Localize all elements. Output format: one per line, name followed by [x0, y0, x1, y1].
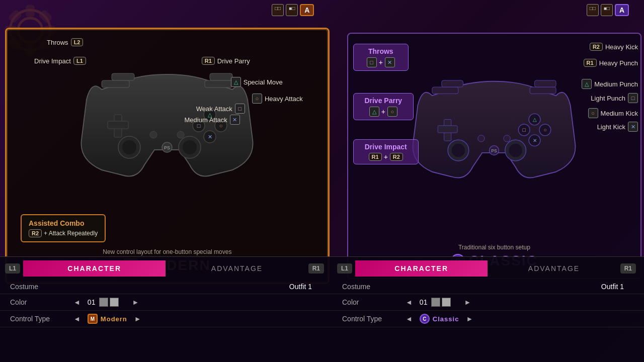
- heavy-punch-r1-badge: R1: [584, 59, 597, 67]
- lk-cross-icon: ✕: [628, 122, 638, 132]
- right-costume-label: Costume: [342, 283, 403, 291]
- heavy-attack-label: ○ Heavy Attack: [252, 94, 303, 104]
- left-ind-box1: □□: [272, 4, 284, 16]
- throws-square-icon: □: [367, 57, 377, 67]
- svg-rect-50: [432, 87, 458, 94]
- r2-badge: R2: [29, 229, 42, 237]
- left-tab-bar: L1 CHARACTER ADVANTAGE R1: [0, 257, 332, 280]
- assisted-combo-sub: R2 + Attack Repeatedly: [29, 229, 98, 237]
- right-color-prev[interactable]: ◄: [403, 297, 416, 307]
- modern-controller-area: △ □ ○ ✕ PS: [7, 29, 328, 210]
- medium-kick-label: ○ Medium Kick: [588, 108, 638, 118]
- right-ind-box1: □□: [587, 4, 599, 16]
- bottom-right: L1 CHARACTER ADVANTAGE R1 Costume Outfit…: [332, 256, 644, 362]
- svg-point-48: [478, 135, 485, 142]
- heavy-punch-label: R1 Heavy Punch: [584, 59, 638, 67]
- heavy-kick-r2-badge: R2: [590, 43, 603, 51]
- right-color-swatch: [431, 298, 451, 307]
- right-color-label: Color: [342, 298, 403, 306]
- svg-point-49: [504, 135, 510, 142]
- left-color-label: Color: [10, 298, 70, 306]
- svg-rect-30: [205, 80, 232, 87]
- drive-parry-circle-icon: ○: [387, 107, 397, 117]
- mp-triangle-icon: △: [582, 79, 592, 89]
- right-color-row: Color ◄ 01 ►: [332, 294, 644, 311]
- drive-parry-label-modern: R1 Drive Parry: [202, 57, 250, 65]
- left-swatch-2: [110, 298, 119, 307]
- left-ind-box2: ■□: [286, 4, 298, 16]
- drive-parry-box-classic: Drive Parry △ + ○: [353, 93, 414, 120]
- bottom-area: L1 CHARACTER ADVANTAGE R1 Costume Outfit…: [0, 256, 644, 362]
- left-costume-row: Costume Outfit 1: [0, 280, 332, 294]
- left-l1-trigger[interactable]: L1: [5, 263, 20, 274]
- classic-panel: △ □ ○ ✕ PS: [347, 33, 641, 279]
- throws-box-classic: Throws □ + ✕: [353, 44, 409, 71]
- right-advantage-tab[interactable]: ADVANTAGE: [488, 260, 620, 277]
- svg-text:○: ○: [544, 127, 547, 133]
- circle-icon: ○: [252, 94, 262, 104]
- heavy-kick-label: R2 Heavy Kick: [590, 43, 638, 51]
- drive-impact-r2-badge: R2: [390, 153, 403, 161]
- square-icon: □: [235, 104, 245, 114]
- right-r1-trigger[interactable]: R1: [620, 263, 636, 274]
- right-control-type-icon: C: [420, 314, 430, 324]
- drive-impact-r1-badge: R1: [369, 153, 382, 161]
- lp-square-icon: □: [628, 93, 638, 103]
- svg-point-35: [452, 144, 465, 157]
- svg-rect-51: [442, 80, 463, 87]
- left-player-indicators: □□ ■□ A: [272, 4, 314, 16]
- classic-controller-svg: △ □ ○ ✕ PS: [404, 54, 585, 195]
- left-color-prev[interactable]: ◄: [70, 297, 84, 307]
- svg-rect-29: [112, 73, 134, 80]
- bottom-left: L1 CHARACTER ADVANTAGE R1 Costume Outfit…: [0, 256, 332, 362]
- drive-parry-symbols: △ + ○: [360, 107, 407, 117]
- svg-rect-31: [210, 73, 232, 80]
- right-control-type-prev[interactable]: ◄: [403, 314, 416, 324]
- right-color-next[interactable]: ►: [461, 297, 474, 307]
- left-color-next[interactable]: ►: [129, 297, 142, 307]
- left-control-type-value: Modern: [101, 315, 127, 323]
- modern-panel: △ □ ○ ✕ PS: [5, 28, 330, 284]
- right-costume-value: Outfit 1: [601, 283, 624, 291]
- medium-attack-label: Medium Attack ✕: [185, 115, 240, 125]
- drive-impact-symbols: R1 + R2: [360, 153, 412, 161]
- svg-text:PS: PS: [492, 148, 498, 153]
- left-advantage-tab[interactable]: ADVANTAGE: [166, 260, 308, 277]
- svg-rect-11: [108, 121, 128, 129]
- svg-text:△: △: [533, 117, 537, 122]
- left-player-letter: A: [300, 4, 314, 16]
- svg-rect-33: [438, 126, 458, 133]
- left-control-type-icon: M: [88, 314, 98, 324]
- left-control-type-next[interactable]: ►: [131, 314, 144, 324]
- left-color-row: Color ◄ 01 ►: [0, 294, 332, 311]
- left-r1-trigger[interactable]: R1: [308, 263, 324, 274]
- throws-symbols: □ + ✕: [360, 57, 402, 67]
- special-move-label: △ Special Move: [231, 77, 283, 87]
- svg-text:PS: PS: [164, 145, 170, 150]
- right-character-tab[interactable]: CHARACTER: [355, 260, 488, 277]
- left-character-tab[interactable]: CHARACTER: [23, 260, 166, 277]
- throws-label-classic: Throws: [360, 47, 402, 55]
- right-swatch-1: [431, 298, 440, 307]
- right-control-type-next[interactable]: ►: [463, 314, 476, 324]
- svg-text:✕: ✕: [208, 134, 212, 140]
- left-control-type-prev[interactable]: ◄: [70, 314, 84, 324]
- left-control-type-label: Control Type: [10, 315, 70, 323]
- medium-punch-label: △ Medium Punch: [582, 79, 638, 89]
- left-costume-label: Costume: [10, 283, 70, 291]
- right-l1-trigger[interactable]: L1: [337, 263, 352, 274]
- svg-rect-53: [535, 80, 556, 87]
- right-tab-bar: L1 CHARACTER ADVANTAGE R1: [332, 257, 644, 280]
- left-color-num: 01: [88, 298, 96, 306]
- right-ind-box2: ■□: [601, 4, 613, 16]
- right-color-num: 01: [420, 298, 428, 306]
- weak-attack-label: Weak Attack □: [196, 104, 245, 114]
- svg-rect-28: [102, 80, 129, 87]
- svg-point-37: [509, 144, 523, 157]
- classic-controller-area: △ □ ○ ✕ PS: [348, 34, 640, 215]
- right-costume-row: Costume Outfit 1: [332, 280, 644, 294]
- cross-icon: ✕: [230, 115, 240, 125]
- drive-impact-badge-modern: L1: [73, 57, 86, 65]
- modern-mode-description: New control layout for one-button specia…: [7, 248, 328, 255]
- mk-circle-icon: ○: [588, 108, 598, 118]
